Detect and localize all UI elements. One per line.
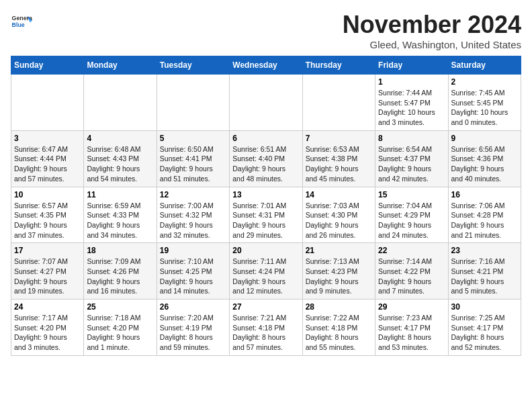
calendar-table: SundayMondayTuesdayWednesdayThursdayFrid… <box>11 56 521 356</box>
day-number: 6 <box>232 134 299 143</box>
calendar-cell <box>230 75 302 131</box>
day-number: 25 <box>87 302 153 312</box>
calendar-cell <box>302 75 375 131</box>
calendar-cell: 9Sunrise: 6:56 AM Sunset: 4:36 PM Daylig… <box>448 130 521 187</box>
svg-text:Blue: Blue <box>12 21 25 28</box>
day-info: Sunrise: 7:20 AM Sunset: 4:19 PM Dayligh… <box>160 313 226 353</box>
day-info: Sunrise: 7:06 AM Sunset: 4:28 PM Dayligh… <box>451 201 518 240</box>
day-number: 11 <box>87 190 153 199</box>
day-info: Sunrise: 7:22 AM Sunset: 4:18 PM Dayligh… <box>306 313 372 353</box>
weekday-header-row: SundayMondayTuesdayWednesdayThursdayFrid… <box>11 56 521 75</box>
day-number: 28 <box>306 302 372 312</box>
day-info: Sunrise: 6:59 AM Sunset: 4:33 PM Dayligh… <box>87 201 153 240</box>
calendar-cell: 18Sunrise: 7:09 AM Sunset: 4:26 PM Dayli… <box>84 243 157 300</box>
day-info: Sunrise: 6:48 AM Sunset: 4:43 PM Dayligh… <box>87 144 153 184</box>
calendar-cell: 27Sunrise: 7:21 AM Sunset: 4:18 PM Dayli… <box>230 300 302 356</box>
calendar-cell: 22Sunrise: 7:14 AM Sunset: 4:22 PM Dayli… <box>375 243 448 300</box>
day-info: Sunrise: 6:54 AM Sunset: 4:37 PM Dayligh… <box>378 144 445 184</box>
day-number: 18 <box>87 246 153 255</box>
weekday-header-sunday: Sunday <box>11 56 84 75</box>
weekday-header-thursday: Thursday <box>302 56 375 75</box>
calendar-cell: 16Sunrise: 7:06 AM Sunset: 4:28 PM Dayli… <box>448 187 521 243</box>
calendar-cell: 6Sunrise: 6:51 AM Sunset: 4:40 PM Daylig… <box>230 130 302 187</box>
title-area: November 2024 Gleed, Washington, United … <box>343 11 521 50</box>
day-number: 13 <box>232 190 299 199</box>
day-number: 4 <box>87 134 153 143</box>
calendar-week-3: 10Sunrise: 6:57 AM Sunset: 4:35 PM Dayli… <box>11 187 521 243</box>
day-number: 1 <box>378 77 445 87</box>
day-number: 14 <box>306 190 372 199</box>
calendar-cell: 28Sunrise: 7:22 AM Sunset: 4:18 PM Dayli… <box>302 300 375 356</box>
weekday-header-wednesday: Wednesday <box>230 56 302 75</box>
day-info: Sunrise: 7:01 AM Sunset: 4:31 PM Dayligh… <box>232 201 299 240</box>
logo-icon: General Blue <box>11 11 32 32</box>
day-info: Sunrise: 7:03 AM Sunset: 4:30 PM Dayligh… <box>306 201 372 240</box>
day-number: 27 <box>232 302 299 312</box>
day-info: Sunrise: 7:04 AM Sunset: 4:29 PM Dayligh… <box>378 201 445 240</box>
day-number: 20 <box>232 246 299 255</box>
calendar-cell: 5Sunrise: 6:50 AM Sunset: 4:41 PM Daylig… <box>157 130 229 187</box>
calendar-cell: 19Sunrise: 7:10 AM Sunset: 4:25 PM Dayli… <box>157 243 229 300</box>
day-info: Sunrise: 7:44 AM Sunset: 5:47 PM Dayligh… <box>378 88 445 128</box>
weekday-header-saturday: Saturday <box>448 56 521 75</box>
day-number: 23 <box>451 246 518 255</box>
day-info: Sunrise: 6:57 AM Sunset: 4:35 PM Dayligh… <box>14 201 81 240</box>
calendar-cell: 15Sunrise: 7:04 AM Sunset: 4:29 PM Dayli… <box>375 187 448 243</box>
day-number: 12 <box>160 190 226 199</box>
calendar-cell: 29Sunrise: 7:23 AM Sunset: 4:17 PM Dayli… <box>375 300 448 356</box>
day-number: 2 <box>451 77 518 87</box>
day-info: Sunrise: 7:23 AM Sunset: 4:17 PM Dayligh… <box>378 313 445 353</box>
day-number: 15 <box>378 190 445 199</box>
calendar-cell: 24Sunrise: 7:17 AM Sunset: 4:20 PM Dayli… <box>11 300 84 356</box>
day-info: Sunrise: 7:11 AM Sunset: 4:24 PM Dayligh… <box>232 257 299 296</box>
calendar-cell: 23Sunrise: 7:16 AM Sunset: 4:21 PM Dayli… <box>448 243 521 300</box>
calendar-cell: 3Sunrise: 6:47 AM Sunset: 4:44 PM Daylig… <box>11 130 84 187</box>
day-number: 9 <box>451 134 518 143</box>
month-title: November 2024 <box>343 11 521 39</box>
weekday-header-friday: Friday <box>375 56 448 75</box>
calendar-week-4: 17Sunrise: 7:07 AM Sunset: 4:27 PM Dayli… <box>11 243 521 300</box>
day-info: Sunrise: 6:56 AM Sunset: 4:36 PM Dayligh… <box>451 144 518 184</box>
day-info: Sunrise: 6:47 AM Sunset: 4:44 PM Dayligh… <box>14 144 81 184</box>
day-number: 3 <box>14 134 81 143</box>
day-info: Sunrise: 7:16 AM Sunset: 4:21 PM Dayligh… <box>451 257 518 296</box>
calendar-week-1: 1Sunrise: 7:44 AM Sunset: 5:47 PM Daylig… <box>11 75 521 131</box>
day-info: Sunrise: 6:50 AM Sunset: 4:41 PM Dayligh… <box>160 144 226 184</box>
day-number: 19 <box>160 246 226 255</box>
calendar-cell: 11Sunrise: 6:59 AM Sunset: 4:33 PM Dayli… <box>84 187 157 243</box>
day-number: 30 <box>451 302 518 312</box>
calendar-cell: 10Sunrise: 6:57 AM Sunset: 4:35 PM Dayli… <box>11 187 84 243</box>
day-number: 10 <box>14 190 81 199</box>
day-number: 24 <box>14 302 81 312</box>
calendar-cell: 4Sunrise: 6:48 AM Sunset: 4:43 PM Daylig… <box>84 130 157 187</box>
day-info: Sunrise: 7:18 AM Sunset: 4:20 PM Dayligh… <box>87 313 153 353</box>
calendar-cell: 1Sunrise: 7:44 AM Sunset: 5:47 PM Daylig… <box>375 75 448 131</box>
day-info: Sunrise: 7:17 AM Sunset: 4:20 PM Dayligh… <box>14 313 81 353</box>
calendar-cell <box>157 75 229 131</box>
day-info: Sunrise: 7:13 AM Sunset: 4:23 PM Dayligh… <box>306 257 372 296</box>
day-info: Sunrise: 7:07 AM Sunset: 4:27 PM Dayligh… <box>14 257 81 296</box>
weekday-header-monday: Monday <box>84 56 157 75</box>
calendar-cell: 12Sunrise: 7:00 AM Sunset: 4:32 PM Dayli… <box>157 187 229 243</box>
day-info: Sunrise: 7:09 AM Sunset: 4:26 PM Dayligh… <box>87 257 153 296</box>
calendar-cell: 30Sunrise: 7:25 AM Sunset: 4:17 PM Dayli… <box>448 300 521 356</box>
day-number: 21 <box>306 246 372 255</box>
calendar-cell: 20Sunrise: 7:11 AM Sunset: 4:24 PM Dayli… <box>230 243 302 300</box>
calendar-cell <box>84 75 157 131</box>
calendar-cell: 8Sunrise: 6:54 AM Sunset: 4:37 PM Daylig… <box>375 130 448 187</box>
day-number: 22 <box>378 246 445 255</box>
calendar-cell: 7Sunrise: 6:53 AM Sunset: 4:38 PM Daylig… <box>302 130 375 187</box>
calendar-week-5: 24Sunrise: 7:17 AM Sunset: 4:20 PM Dayli… <box>11 300 521 356</box>
day-info: Sunrise: 7:45 AM Sunset: 5:45 PM Dayligh… <box>451 88 518 128</box>
day-info: Sunrise: 7:10 AM Sunset: 4:25 PM Dayligh… <box>160 257 226 296</box>
weekday-header-tuesday: Tuesday <box>157 56 229 75</box>
calendar-cell <box>11 75 84 131</box>
day-info: Sunrise: 7:00 AM Sunset: 4:32 PM Dayligh… <box>160 201 226 240</box>
day-number: 26 <box>160 302 226 312</box>
day-number: 29 <box>378 302 445 312</box>
calendar-cell: 2Sunrise: 7:45 AM Sunset: 5:45 PM Daylig… <box>448 75 521 131</box>
calendar-cell: 21Sunrise: 7:13 AM Sunset: 4:23 PM Dayli… <box>302 243 375 300</box>
day-number: 8 <box>378 134 445 143</box>
logo: General Blue <box>11 11 32 32</box>
calendar-cell: 26Sunrise: 7:20 AM Sunset: 4:19 PM Dayli… <box>157 300 229 356</box>
